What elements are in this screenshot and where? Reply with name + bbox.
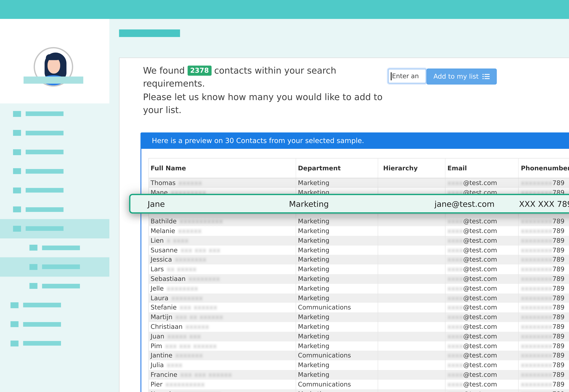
highlighted-department: Marketing (289, 199, 329, 208)
contacts-count-badge: 2378 (188, 66, 212, 76)
table-row[interactable]: Sebastiaanxxxxxxxx Marketing xxxx@test.c… (149, 274, 569, 284)
menu-item-label-placeholder (26, 169, 63, 174)
sidebar-menu-item[interactable] (0, 276, 109, 295)
menu-item-icon-placeholder (29, 283, 37, 289)
menu-item-label-placeholder (26, 226, 63, 231)
avatar-bangs (46, 54, 62, 60)
menu-item-label-placeholder (23, 341, 61, 346)
sidebar-menu-item[interactable] (0, 295, 109, 315)
list-icon (483, 74, 490, 79)
text-caret (391, 72, 391, 80)
menu-item-icon-placeholder (29, 264, 37, 270)
table-row[interactable]: Lauraxxxxxxxx Marketing xxxx@test.com xx… (149, 293, 569, 303)
table-row[interactable]: Juanxxxxx xxx Marketing xxxx@test.com xx… (149, 332, 569, 341)
sidebar-menu-item[interactable] (0, 181, 109, 200)
sidebar-menu-item[interactable] (0, 200, 109, 219)
highlighted-phone: XXX XXX 789 (519, 199, 569, 208)
table-row[interactable]: Larsxx xxxxx Marketing xxxx@test.com xxx… (149, 265, 569, 274)
menu-item-icon-placeholder (29, 245, 37, 251)
table-row[interactable]: Lienx xxxx Marketing xxxx@test.com xxxxx… (149, 236, 569, 245)
preview-table-container[interactable]: Full Name Department Hierarchy Email Pho… (141, 149, 569, 392)
menu-item-icon-placeholder (11, 302, 18, 308)
menu-item-label-placeholder (26, 112, 63, 116)
menu-item-label-placeholder (42, 265, 80, 269)
menu-item-icon-placeholder (13, 207, 21, 212)
sidebar-menu-item[interactable] (0, 142, 109, 162)
table-row[interactable]: Jessicaxxxxxxxx Marketing xxxx@test.com … (149, 255, 569, 265)
column-header-hierarchy: Hierarchy (378, 158, 445, 178)
menu-item-label-placeholder (23, 303, 61, 308)
menu-item-icon-placeholder (11, 321, 18, 327)
table-header-row: Full Name Department Hierarchy Email Pho… (149, 158, 569, 178)
column-header-email: Email (445, 158, 519, 178)
sidebar-menu-item[interactable] (0, 238, 109, 257)
highlighted-email: jane@test.com (434, 199, 495, 208)
menu-item-icon-placeholder (13, 149, 21, 155)
column-header-full-name: Full Name (149, 158, 296, 178)
contacts-preview-panel: Here is a preview on 30 Contacts from yo… (141, 132, 569, 392)
highlighted-contact-row-jane[interactable]: Jane Marketing jane@test.com XXX XXX 789 (129, 194, 569, 214)
sidebar-menu-item[interactable] (0, 334, 109, 353)
column-header-department: Department (296, 158, 378, 178)
add-button-label: Add to my list (433, 73, 479, 80)
table-row[interactable]: Jantinexxxxxxx Communications xxxx@test.… (149, 351, 569, 360)
table-row[interactable]: Melaniexxxxxx Marketing xxxx@test.com xx… (149, 226, 569, 236)
menu-item-label-placeholder (26, 131, 63, 135)
sidebar-profile-card (0, 19, 109, 103)
menu-item-icon-placeholder (13, 226, 21, 232)
menu-item-label-placeholder (23, 322, 61, 327)
menu-item-label-placeholder (42, 245, 80, 250)
main-content-card: We found 2378 contacts within your searc… (119, 57, 569, 392)
top-navigation-bar (0, 0, 569, 19)
table-row[interactable]: Bathildexxxxxxxxxxx Marketing xxxx@test.… (149, 217, 569, 226)
menu-item-label-placeholder (42, 284, 80, 288)
sidebar-menu-item[interactable] (0, 124, 109, 142)
sidebar-menu-item[interactable] (0, 219, 109, 238)
sidebar-menu-item[interactable] (0, 315, 109, 334)
column-header-phonenumber: Phonenumber (519, 158, 569, 178)
table-row[interactable]: Susannexxx xxx xxx Marketing xxxx@test.c… (149, 245, 569, 255)
amount-input[interactable] (388, 69, 426, 83)
prompt-text: Please let us know how many you would li… (143, 91, 383, 117)
table-row[interactable]: Martijnxxx xx xxxxxx Marketing xxxx@test… (149, 312, 569, 322)
menu-item-icon-placeholder (13, 130, 21, 136)
menu-item-icon-placeholder (13, 187, 21, 193)
menu-item-label-placeholder (26, 150, 63, 154)
results-summary-text: We found 2378 contacts within your searc… (143, 64, 341, 90)
menu-item-label-placeholder (26, 207, 63, 212)
table-row[interactable]: Juliaxxxx Marketing xxxx@test.com xxxxxx… (149, 360, 569, 370)
add-to-my-list-button[interactable]: Add to my list (427, 69, 497, 84)
page-title-placeholder-bar (119, 29, 180, 37)
sidebar-menu-item[interactable] (0, 104, 109, 124)
menu-item-icon-placeholder (11, 340, 18, 346)
table-row[interactable]: Stefaniexxx xxxxxx Communications xxxx@t… (149, 303, 569, 312)
table-row[interactable]: Naomixxxxxxxxxxxx Marketing xxxx@test.co… (149, 389, 569, 392)
sidebar-menu-item[interactable] (0, 162, 109, 181)
sidebar-menu-item[interactable] (0, 257, 109, 276)
contacts-table: Full Name Department Hierarchy Email Pho… (148, 158, 569, 392)
app-window: We found 2378 contacts within your searc… (0, 0, 569, 392)
table-row[interactable]: Christiaanxxxxxx Marketing xxxx@test.com… (149, 322, 569, 332)
menu-item-icon-placeholder (13, 168, 21, 174)
table-row[interactable]: Jellexxxxxxxx Marketing xxxx@test.com xx… (149, 284, 569, 293)
table-row[interactable]: Pimxxx xxx xxxxxx Marketing xxxx@test.co… (149, 341, 569, 351)
menu-item-label-placeholder (26, 188, 63, 193)
table-row[interactable]: Pierxxxxxxxxxx Communications xxxx@test.… (149, 380, 569, 389)
sidebar-menu (0, 104, 109, 353)
preview-banner: Here is a preview on 30 Contacts from yo… (141, 132, 569, 149)
highlighted-full-name: Jane (148, 199, 165, 208)
menu-item-icon-placeholder (13, 111, 21, 117)
table-row[interactable]: Francinexxx xxx xxxxxx Marketing xxxx@te… (149, 370, 569, 379)
username-placeholder-bar (24, 77, 83, 84)
table-row[interactable]: Thomasxxxxxx Marketing xxxx@test.com xxx… (149, 178, 569, 188)
